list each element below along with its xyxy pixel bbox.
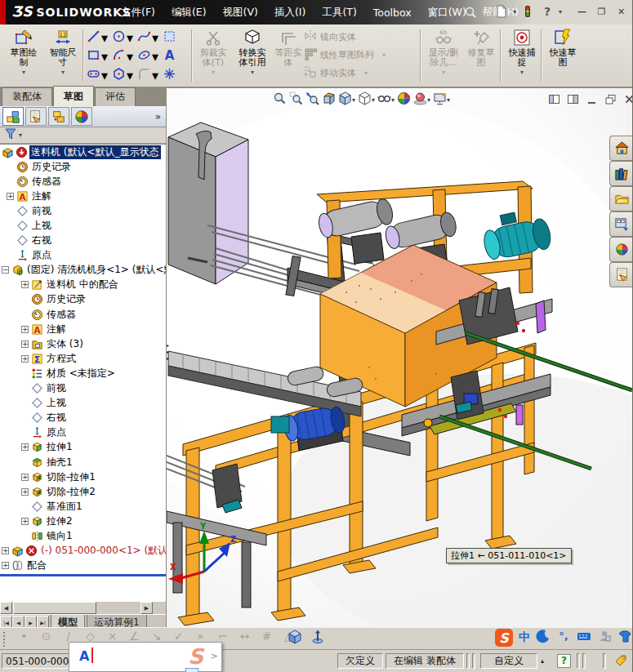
slot-tool[interactable]: ▾ bbox=[87, 66, 112, 85]
window-restore-button[interactable] bbox=[604, 92, 617, 105]
arc-tool[interactable]: ▾ bbox=[112, 47, 137, 66]
hud-dropdown[interactable]: ▾ bbox=[352, 96, 355, 104]
tree-item[interactable]: 传感器 bbox=[0, 174, 166, 189]
smart-dimension-button[interactable]: 12 智能尺寸 ▾ bbox=[44, 27, 82, 84]
sketch-button[interactable]: 草图绘制 ▾ bbox=[5, 27, 42, 84]
tree-item[interactable]: +实体 (3) bbox=[0, 336, 166, 351]
diamond-relation-icon[interactable]: ◇ bbox=[79, 630, 101, 643]
section-view-button[interactable] bbox=[322, 91, 336, 109]
tree-item[interactable]: 右视 bbox=[0, 234, 166, 248]
ribbon-tab[interactable]: 装配体 bbox=[2, 87, 52, 106]
skin-icon[interactable] bbox=[617, 629, 632, 647]
expand-toggle[interactable]: + bbox=[21, 326, 29, 333]
help-dropdown[interactable]: ▾ bbox=[559, 8, 562, 16]
tree-item[interactable]: 传感器 bbox=[0, 307, 166, 322]
repair-sketch-button[interactable]: 修复草图 bbox=[462, 27, 500, 84]
window-left-button[interactable] bbox=[547, 92, 561, 105]
expand-toggle[interactable]: + bbox=[21, 355, 29, 363]
line-tool[interactable]: ▾ bbox=[87, 29, 112, 47]
window-minimize-button[interactable] bbox=[585, 92, 599, 105]
scroll-thumb[interactable] bbox=[13, 602, 96, 614]
view-settings-button[interactable]: ▾ bbox=[433, 91, 450, 109]
tool-dropdown[interactable]: ▾ bbox=[152, 68, 158, 83]
display-delete-dropdown[interactable]: ▾ bbox=[442, 69, 445, 76]
mirror-entities-button[interactable]: 镜向实体 bbox=[304, 29, 386, 45]
model-tab[interactable]: 模型 bbox=[51, 615, 85, 628]
tree-item[interactable]: 材质 <未指定> bbox=[0, 366, 166, 381]
quick-snap-dropdown[interactable]: ▾ bbox=[520, 69, 524, 76]
hud-dropdown[interactable]: ▾ bbox=[391, 96, 395, 104]
taskpane-explorer[interactable] bbox=[609, 186, 633, 211]
expand-toggle[interactable]: + bbox=[7, 193, 14, 200]
expand-toggle[interactable]: + bbox=[21, 474, 29, 481]
ribbon-tab[interactable]: 草图 bbox=[53, 86, 94, 106]
user-icon[interactable] bbox=[597, 629, 612, 647]
scene-button[interactable]: ▾ bbox=[413, 91, 430, 109]
tree-item[interactable]: 历史记录 bbox=[0, 292, 166, 307]
units-dropdown[interactable]: ▴ bbox=[541, 657, 544, 665]
tree-item[interactable]: 右视 bbox=[0, 411, 166, 425]
panel-tab-featuremanager[interactable] bbox=[2, 107, 24, 126]
taskpane-appearances[interactable] bbox=[609, 237, 633, 262]
filter-dropdown[interactable]: ▾ bbox=[19, 131, 22, 139]
tool-dropdown[interactable]: ▾ bbox=[152, 30, 158, 46]
panel-tab-configurationmanager[interactable] bbox=[48, 107, 69, 126]
tree-item[interactable]: 原点 bbox=[0, 425, 166, 440]
move-entities-button[interactable]: 移动实体 ▾ bbox=[304, 65, 386, 81]
expand-toggle[interactable]: + bbox=[21, 340, 29, 348]
tool-dropdown[interactable]: ▾ bbox=[101, 49, 108, 65]
expand-toggle[interactable]: + bbox=[2, 547, 9, 554]
expand-toggle[interactable]: + bbox=[2, 562, 9, 569]
tree-item[interactable]: 送料机 (默认<默认_显示状态 bbox=[0, 145, 166, 159]
menu-item[interactable]: Toolbox bbox=[365, 4, 420, 21]
chevrons-relation-icon[interactable]: » bbox=[189, 630, 212, 643]
tool-dropdown[interactable]: ▾ bbox=[101, 30, 108, 46]
panel-splitter[interactable]: ▸▸▸ bbox=[167, 334, 171, 370]
menu-item[interactable]: 编辑(E) bbox=[163, 3, 215, 22]
moon-icon[interactable] bbox=[536, 629, 551, 647]
angle-relation-icon[interactable]: ∠ bbox=[123, 630, 145, 643]
tool-dropdown[interactable]: ▾ bbox=[101, 68, 108, 83]
text-tool[interactable]: A bbox=[163, 47, 188, 66]
tree-item[interactable]: +Σ方程式 bbox=[0, 351, 166, 366]
new-document-icon[interactable] bbox=[493, 3, 510, 20]
point-tool[interactable] bbox=[163, 66, 188, 85]
panel-tab-displaymanager[interactable] bbox=[71, 107, 92, 126]
rectangle-tool[interactable]: ▾ bbox=[87, 47, 112, 66]
expand-toggle[interactable]: + bbox=[21, 518, 29, 525]
spline-tool[interactable]: ▾ bbox=[137, 29, 163, 47]
tree-item[interactable]: +A注解 bbox=[0, 189, 166, 203]
panel-tab-propertymanager[interactable] bbox=[25, 107, 47, 126]
polygon-tool[interactable]: ▾ bbox=[112, 66, 137, 85]
window-right-button[interactable] bbox=[566, 92, 580, 105]
corner-relation-icon[interactable]: ⌐ bbox=[212, 630, 234, 643]
tree-item[interactable]: 抽壳1 bbox=[0, 455, 166, 470]
expand-toggle[interactable]: + bbox=[21, 281, 29, 288]
punctuation-icon[interactable]: °, bbox=[556, 629, 571, 647]
smart-dimension-dropdown[interactable]: ▾ bbox=[61, 69, 65, 76]
convert-entities-button[interactable]: 转换实体引用 ▾ bbox=[234, 27, 271, 84]
help-icon[interactable]: ? bbox=[539, 3, 555, 20]
rapid-sketch-button[interactable]: 快速草图 bbox=[544, 27, 582, 84]
width-relation-icon[interactable]: ↔ bbox=[234, 630, 256, 643]
convert-dropdown[interactable]: ▾ bbox=[251, 69, 254, 76]
zoom-selection-button[interactable] bbox=[305, 91, 319, 109]
linear-pattern-dropdown[interactable]: ▾ bbox=[382, 51, 386, 59]
tree-item[interactable]: +配合 bbox=[0, 559, 166, 573]
tree-item[interactable]: 上视 bbox=[0, 396, 166, 411]
tree-item[interactable]: +送料机 中的配合 bbox=[0, 278, 166, 292]
sketch-dropdown[interactable]: ▾ bbox=[22, 69, 25, 76]
tree-item[interactable]: 前视 bbox=[0, 381, 166, 396]
tree-item[interactable]: 前视 bbox=[0, 203, 166, 218]
trim-dropdown[interactable]: ▾ bbox=[212, 69, 215, 76]
line-relation-icon[interactable]: / bbox=[57, 630, 79, 643]
cross-relation-icon[interactable]: × bbox=[101, 630, 123, 643]
menu-item[interactable]: 工具(T) bbox=[314, 3, 364, 22]
tree-item[interactable]: −(固定) 清洗机机身<1> (默认<默 bbox=[0, 263, 166, 278]
zoom-fit-button[interactable] bbox=[273, 91, 287, 109]
model-tab[interactable]: 运动算例1 bbox=[87, 615, 147, 628]
linear-pattern-button[interactable]: 线性草图阵列 ▾ bbox=[304, 47, 386, 63]
expand-toggle[interactable]: − bbox=[2, 266, 9, 274]
appearance-button[interactable] bbox=[397, 91, 411, 109]
hide-show-button[interactable]: ▾ bbox=[377, 91, 395, 109]
